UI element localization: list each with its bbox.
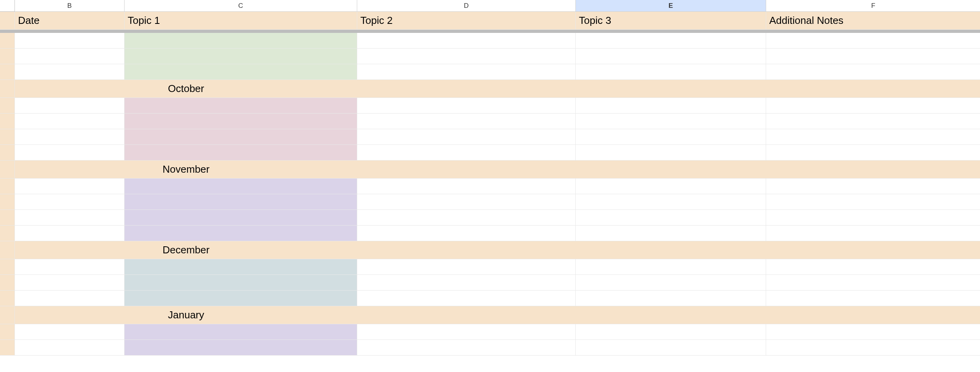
cell-topic1[interactable] — [125, 194, 357, 210]
header-date[interactable]: Date — [15, 12, 125, 30]
spreadsheet-grid[interactable]: B C D E F Date Topic 1 Topic 2 Topic 3 A… — [0, 0, 980, 356]
cell-topic3[interactable] — [576, 259, 766, 275]
cell-topic3[interactable] — [576, 194, 766, 210]
cell[interactable] — [0, 145, 15, 161]
cell[interactable] — [0, 241, 15, 259]
cell-topic1[interactable] — [125, 114, 357, 129]
cell-notes[interactable] — [766, 194, 980, 210]
cell-A-header[interactable] — [0, 12, 15, 30]
cell-notes[interactable] — [766, 33, 980, 49]
cell-topic2[interactable] — [357, 340, 576, 356]
cell-notes[interactable] — [766, 259, 980, 275]
cell-notes[interactable] — [766, 64, 980, 80]
cell-topic1[interactable] — [125, 129, 357, 145]
cell-notes[interactable] — [766, 324, 980, 340]
cell-date[interactable] — [15, 33, 125, 49]
cell[interactable] — [0, 98, 15, 114]
cell-notes[interactable] — [766, 275, 980, 291]
cell-topic2[interactable] — [357, 114, 576, 129]
cell[interactable] — [0, 275, 15, 291]
cell-notes[interactable] — [766, 210, 980, 226]
cell-notes[interactable] — [766, 145, 980, 161]
cell-topic3[interactable] — [576, 49, 766, 64]
cell-date[interactable] — [15, 324, 125, 340]
cell-topic1[interactable] — [125, 259, 357, 275]
cell[interactable] — [0, 64, 15, 80]
header-notes[interactable]: Additional Notes — [766, 12, 980, 30]
header-topic3[interactable]: Topic 3 — [576, 12, 766, 30]
cell-topic3[interactable] — [576, 98, 766, 114]
cell-topic2[interactable] — [357, 129, 576, 145]
cell-notes[interactable] — [766, 179, 980, 194]
cell-notes[interactable] — [766, 98, 980, 114]
cell[interactable] — [0, 179, 15, 194]
cell[interactable] — [0, 340, 15, 356]
cell-topic2[interactable] — [357, 291, 576, 306]
cell-date[interactable] — [15, 114, 125, 129]
cell-date[interactable] — [15, 226, 125, 241]
cell-topic1[interactable] — [125, 226, 357, 241]
cell-date[interactable] — [15, 259, 125, 275]
cell-topic1[interactable] — [125, 64, 357, 80]
month-label-october[interactable]: October — [15, 80, 357, 98]
cell-topic2[interactable] — [357, 49, 576, 64]
cell-topic2[interactable] — [357, 64, 576, 80]
cell-topic1[interactable] — [125, 210, 357, 226]
column-header-E[interactable]: E — [576, 0, 766, 12]
cell-topic3[interactable] — [576, 179, 766, 194]
header-topic2[interactable]: Topic 2 — [357, 12, 576, 30]
cell-topic3[interactable] — [576, 129, 766, 145]
cell-topic2[interactable] — [357, 98, 576, 114]
month-label-november[interactable]: November — [15, 161, 357, 179]
month-label-december[interactable]: December — [15, 241, 357, 259]
column-header-F[interactable]: F — [766, 0, 980, 12]
cell-topic3[interactable] — [576, 33, 766, 49]
cell-date[interactable] — [15, 98, 125, 114]
cell-topic2[interactable] — [357, 324, 576, 340]
cell-date[interactable] — [15, 145, 125, 161]
cell-date[interactable] — [15, 194, 125, 210]
cell-topic3[interactable] — [576, 145, 766, 161]
cell-topic3[interactable] — [576, 210, 766, 226]
cell-notes[interactable] — [766, 291, 980, 306]
cell-topic3[interactable] — [576, 114, 766, 129]
cell[interactable] — [0, 194, 15, 210]
cell[interactable] — [0, 49, 15, 64]
cell-notes[interactable] — [766, 129, 980, 145]
cell[interactable] — [357, 80, 576, 98]
cell-topic1[interactable] — [125, 145, 357, 161]
cell-topic1[interactable] — [125, 98, 357, 114]
cell-topic1[interactable] — [125, 291, 357, 306]
cell-date[interactable] — [15, 340, 125, 356]
cell-topic2[interactable] — [357, 33, 576, 49]
cell-topic1[interactable] — [125, 324, 357, 340]
cell-topic3[interactable] — [576, 275, 766, 291]
cell-topic3[interactable] — [576, 340, 766, 356]
cell[interactable] — [357, 306, 576, 324]
month-label-january[interactable]: January — [15, 306, 357, 324]
cell-notes[interactable] — [766, 226, 980, 241]
cell-topic2[interactable] — [357, 275, 576, 291]
cell[interactable] — [0, 259, 15, 275]
cell-topic2[interactable] — [357, 210, 576, 226]
cell[interactable] — [0, 210, 15, 226]
cell-topic2[interactable] — [357, 259, 576, 275]
cell-topic3[interactable] — [576, 324, 766, 340]
cell-topic3[interactable] — [576, 226, 766, 241]
cell[interactable] — [0, 114, 15, 129]
column-header-C[interactable]: C — [125, 0, 357, 12]
cell-topic3[interactable] — [576, 291, 766, 306]
cell[interactable] — [0, 80, 15, 98]
cell[interactable] — [0, 291, 15, 306]
cell-notes[interactable] — [766, 340, 980, 356]
cell-date[interactable] — [15, 291, 125, 306]
column-header-B[interactable]: B — [15, 0, 125, 12]
corner-cell[interactable] — [0, 0, 15, 12]
cell-notes[interactable] — [766, 49, 980, 64]
cell[interactable] — [576, 306, 766, 324]
cell-date[interactable] — [15, 129, 125, 145]
cell[interactable] — [0, 33, 15, 49]
cell[interactable] — [0, 161, 15, 179]
cell[interactable] — [0, 306, 15, 324]
cell-topic2[interactable] — [357, 194, 576, 210]
